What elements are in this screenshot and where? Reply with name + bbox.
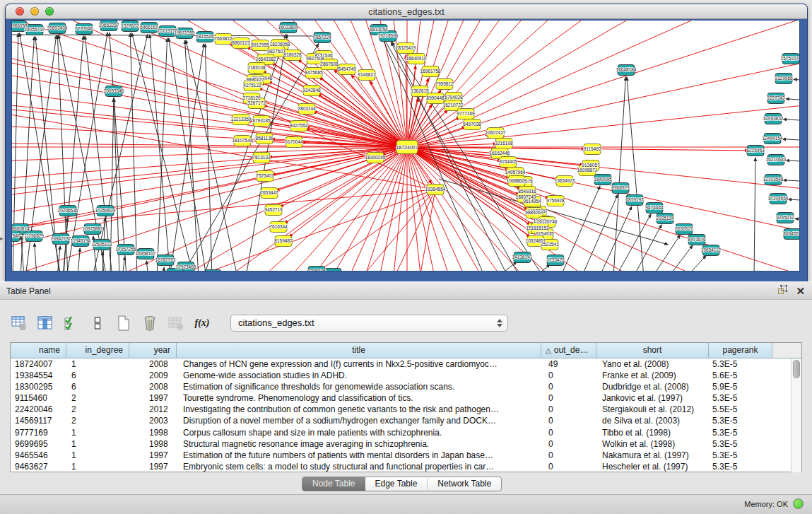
table-cell-name[interactable]: 9465546 <box>11 450 66 461</box>
table-cell-pagerank[interactable]: 5.3E-5 <box>709 450 772 461</box>
network-graph-canvas[interactable]: 8986058140557172089140677335461065328715… <box>11 20 800 271</box>
graph-node[interactable] <box>324 269 341 272</box>
citation-edge[interactable] <box>783 119 800 120</box>
table-cell-pagerank[interactable]: 5.5E-5 <box>709 404 772 415</box>
row-height-icon[interactable] <box>88 314 107 332</box>
table-cell-out_degree[interactable]: 0 <box>541 370 596 381</box>
table-cell-title[interactable]: Embryonic stem cells: a model to study s… <box>177 461 541 472</box>
citation-edge[interactable] <box>35 243 37 271</box>
table-row[interactable]: 946362711997Embryonic stem cells: a mode… <box>11 461 801 472</box>
column-header-title[interactable]: title <box>177 343 541 358</box>
citation-edge[interactable] <box>686 255 706 271</box>
table-cell-title[interactable]: Corpus callosum shape and size in male p… <box>177 427 541 438</box>
citation-edge[interactable] <box>783 180 800 181</box>
table-cell-out_degree[interactable]: 0 <box>541 404 596 415</box>
table-cell-short[interactable]: Hescheler et al. (1997) <box>596 461 709 472</box>
table-cell-in_degree[interactable]: 2 <box>66 415 129 426</box>
table-cell-year[interactable]: 2009 <box>129 370 177 381</box>
table-cell-name[interactable]: 19384554 <box>11 370 66 381</box>
table-cell-short[interactable]: Dudbridge et al. (2008) <box>596 381 709 392</box>
memory-ok-icon[interactable] <box>793 498 804 509</box>
table-row[interactable]: 1872400712008Changes of HCN gene express… <box>11 358 801 370</box>
table-cell-pagerank[interactable]: 5.3E-5 <box>709 427 772 438</box>
table-cell-year[interactable]: 1998 <box>129 427 177 438</box>
table-row[interactable]: 946554611997Estimation of the future num… <box>11 450 801 461</box>
citation-edge[interactable] <box>613 77 625 271</box>
table-cell-in_degree[interactable]: 6 <box>66 370 129 381</box>
column-header-pagerank[interactable]: pagerank <box>709 343 772 358</box>
table-cell-out_degree[interactable]: 0 <box>541 450 596 461</box>
table-cell-title[interactable]: Structural magnetic resonance image aver… <box>177 438 541 450</box>
close-panel-icon[interactable]: ✕ <box>796 286 805 297</box>
vertical-scrollbar[interactable] <box>791 358 801 472</box>
table-row[interactable]: 1830029562008Estimation of significance … <box>11 381 801 392</box>
table-cell-year[interactable]: 2012 <box>129 404 177 415</box>
citation-edge[interactable] <box>157 38 167 271</box>
table-cell-in_degree[interactable]: 1 <box>66 450 129 461</box>
citation-edge[interactable] <box>795 218 800 219</box>
citation-edge[interactable] <box>259 100 399 144</box>
citation-edge[interactable] <box>616 214 651 271</box>
table-cell-year[interactable]: 2008 <box>129 381 177 392</box>
table-cell-short[interactable]: Jankovic et al. (1997) <box>596 392 709 404</box>
table-cell-in_degree[interactable]: 1 <box>66 461 129 472</box>
table-cell-short[interactable]: Franke et al. (2009) <box>596 370 709 381</box>
citation-edge[interactable] <box>93 35 148 271</box>
function-builder-icon[interactable]: f(x) <box>193 314 211 332</box>
table-cell-year[interactable]: 2008 <box>129 358 177 370</box>
table-cell-name[interactable]: 18724007 <box>11 358 66 370</box>
table-cell-pagerank[interactable]: 5.3E-5 <box>709 392 772 404</box>
table-cell-in_degree[interactable]: 1 <box>66 427 129 438</box>
table-cell-short[interactable]: Tibbo et al. (1998) <box>596 427 709 438</box>
scrollbar-thumb[interactable] <box>793 360 800 378</box>
column-header-short[interactable]: short <box>596 343 709 358</box>
citation-edge[interactable] <box>406 55 407 138</box>
table-cell-title[interactable]: Estimation of significance thresholds fo… <box>177 381 541 392</box>
graph-node[interactable] <box>204 270 221 272</box>
table-row[interactable]: 911546021997Tourette syndrome. Phenomeno… <box>11 392 801 404</box>
table-cell-out_degree[interactable]: 0 <box>541 381 596 392</box>
citation-edge[interactable] <box>534 264 550 271</box>
tab-network-table[interactable]: Network Table <box>428 477 501 491</box>
table-cell-name[interactable]: 9777169 <box>11 427 66 438</box>
citation-edge[interactable] <box>150 35 170 271</box>
table-cell-short[interactable]: Stergiakouli et al. (2012) <box>596 404 709 415</box>
tab-edge-table[interactable]: Edge Table <box>365 477 428 491</box>
table-mode-icon[interactable] <box>10 314 28 332</box>
table-cell-in_degree[interactable]: 2 <box>66 404 129 415</box>
table-cell-name[interactable]: 9463627 <box>11 461 66 472</box>
table-row[interactable]: 2242004622012Investigating the contribut… <box>11 404 801 415</box>
table-cell-title[interactable]: Estimation of the future numbers of pati… <box>177 450 541 461</box>
table-cell-short[interactable]: de Silva et al. (2003) <box>596 415 709 426</box>
table-cell-title[interactable]: Genome-wide association studies in ADHD. <box>177 370 541 381</box>
table-row[interactable]: 977716911998Corpus callosum shape and si… <box>11 427 801 438</box>
citation-edge[interactable] <box>633 225 661 271</box>
table-cell-year[interactable]: 1997 <box>129 392 177 404</box>
column-header-year[interactable]: year <box>129 343 177 358</box>
table-cell-out_degree[interactable]: 0 <box>541 392 596 404</box>
table-cell-short[interactable]: Nakamura et al. (1997) <box>596 450 709 461</box>
table-row[interactable]: 969969511998Structural magnetic resonanc… <box>11 438 801 450</box>
table-cell-pagerank[interactable]: 5.3E-5 <box>709 438 772 450</box>
table-cell-pagerank[interactable]: 5.9E-5 <box>709 381 772 392</box>
table-cell-year[interactable]: 1997 <box>129 450 177 461</box>
citation-edge[interactable] <box>786 160 800 161</box>
table-cell-name[interactable]: 22420046 <box>11 404 66 415</box>
table-cell-name[interactable]: 18300295 <box>11 381 66 392</box>
citation-edge[interactable] <box>132 33 194 271</box>
table-cell-in_degree[interactable]: 6 <box>66 381 129 392</box>
table-cell-out_degree[interactable]: 49 <box>541 358 596 370</box>
table-cell-in_degree[interactable]: 1 <box>66 438 129 450</box>
table-select-dropdown[interactable]: citations_edges.txt <box>230 315 508 332</box>
table-cell-title[interactable]: Disruption of a novel member of a sodium… <box>177 415 541 426</box>
select-columns-icon[interactable] <box>62 314 81 332</box>
table-cell-short[interactable]: Yano et al. (2008) <box>596 358 709 370</box>
panel-grippy-icon[interactable]: ▸ <box>0 235 4 242</box>
citation-edge[interactable] <box>205 44 212 271</box>
table-cell-pagerank[interactable]: 5.3E-5 <box>709 461 772 472</box>
column-header-in-degree[interactable]: in_degree <box>66 343 129 358</box>
table-cell-name[interactable]: 9115460 <box>11 392 66 404</box>
table-cell-pagerank[interactable]: 5.6E-5 <box>709 370 772 381</box>
citation-edge[interactable] <box>652 235 681 271</box>
citation-edge[interactable] <box>754 158 755 271</box>
